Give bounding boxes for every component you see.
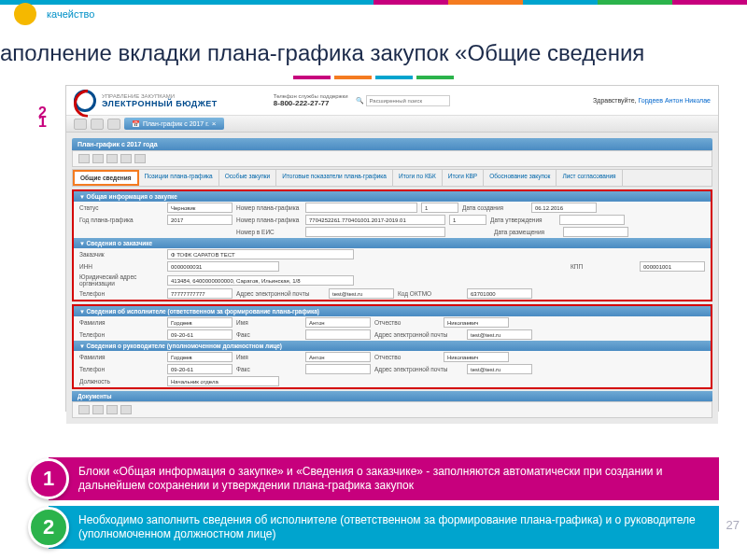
name-field[interactable]: Антон [305,352,371,362]
tool-button[interactable] [78,154,90,163]
date-created-field[interactable]: 06.12.2016 [531,203,597,213]
label: Адрес электронной почты [374,331,463,338]
label: Телефон [79,331,163,338]
kpp-field[interactable]: 000001001 [640,261,705,272]
label: Заказчик [79,251,163,258]
date-approved-field[interactable] [559,215,625,225]
toolbar-button[interactable] [107,119,120,130]
open-tab[interactable]: 📅 План-график с 2017 г. × [124,118,224,130]
section-executor[interactable]: Сведения об исполнителе (ответственном з… [74,306,711,316]
app-header: УПРАВЛЕНИЕ ЗАКУПКАМИ ЭЛЕКТРОННЫЙ БЮДЖЕТ … [66,86,718,116]
tab-special[interactable]: Особые закупки [219,170,277,186]
tab-justify[interactable]: Обоснование закупок [484,170,557,186]
brand-main: ЭЛЕКТРОННЫЙ БЮДЖЕТ [102,99,218,108]
label: Номер плана-графика [236,217,302,223]
callout-badge-1: 1 [28,458,69,499]
label: Дата размещения [494,229,559,235]
plan-number-field[interactable] [305,203,417,213]
tool-button[interactable] [120,405,132,414]
app-logo-icon [74,90,96,112]
tab-positions[interactable]: Позиции плана-графика [139,170,219,186]
panel-toolbar [72,150,712,167]
reg-number-field[interactable]: 7704252261.770401001.2017-2019.01 [305,215,445,225]
label: Телефон [79,366,163,372]
one-field[interactable]: 1 [421,203,458,213]
label: Факс [236,366,302,372]
inn-field[interactable]: 0000000031 [167,261,279,272]
date-published-field[interactable] [563,227,628,237]
address-field[interactable]: 413484, 6400000000000, Саратов, Ильинска… [167,275,354,286]
label: Фамилия [79,354,163,360]
surname-field[interactable]: Гордеев [167,352,233,362]
status-field[interactable]: Черновик [167,203,233,213]
label: Номер в ЕИС [236,229,302,235]
name-field[interactable]: Антон [305,317,371,328]
tool-button[interactable] [106,154,118,163]
fax-field[interactable] [305,329,371,340]
label: Статус [79,204,163,211]
section-documents[interactable]: Документы [72,391,712,401]
tool-button[interactable] [92,154,104,163]
label: Дата создания [462,204,528,211]
tab-kvr[interactable]: Итоги КВР [443,170,484,186]
surname-field[interactable]: Гордеев [167,317,233,328]
docs-toolbar [72,401,712,418]
oktmo-field[interactable]: 63701000 [467,288,532,299]
search-input[interactable] [366,95,450,106]
email-field[interactable]: test@test.ru [329,288,394,299]
close-icon[interactable]: × [212,119,217,128]
section-manager[interactable]: Сведения о руководителе (уполномоченном … [74,341,711,351]
tab-general[interactable]: Общие сведения [73,170,139,186]
label: ИНН [79,263,163,270]
slide-title: аполнение вкладки плана-графика закупок … [0,23,747,76]
label: Телефон [79,290,163,297]
phone-field[interactable]: 09-20-61 [167,329,233,340]
label: Факс [236,331,302,338]
label: Дата утверждения [490,217,556,223]
tabs-row: Общие сведения Позиции плана-графика Осо… [72,169,712,187]
app-body: План-график с 2017 года Общие сведения П… [66,133,718,424]
app-toolbar: 📅 План-график с 2017 г. × [66,116,718,133]
page-number: 27 [726,518,740,532]
user-link[interactable]: Гордеев Антон Николае [638,97,711,104]
patronymic-field[interactable]: Николаевич [444,352,509,362]
phone-field[interactable]: 09-20-61 [167,364,233,374]
tab-kbk[interactable]: Итоги по КБК [393,170,443,186]
tool-button[interactable] [106,405,118,414]
callouts: 1 Блоки «Общая информация о закупке» и «… [28,452,719,549]
callout-badge-2: 2 [28,507,69,548]
label: Отчество [374,319,440,326]
section-customer[interactable]: Сведения о заказчике [74,238,711,248]
tool-button[interactable] [78,405,90,414]
support-phone: Телефон службы поддержки 8-800-222-27-77 [274,93,348,107]
callout-text-2: Необходимо заполнить сведения об исполни… [49,506,719,549]
tab-totals[interactable]: Итоговые показатели плана-графика [276,170,393,186]
position-field[interactable]: Начальник отдела [167,376,279,386]
phone-field[interactable]: 77777777777 [167,288,233,299]
email-field[interactable]: test@test.ru [467,329,532,340]
email-field[interactable]: test@test.ru [467,364,532,374]
tool-button[interactable] [120,154,132,163]
tool-button[interactable] [92,405,104,414]
one-field[interactable]: 1 [449,215,486,225]
annotation-2: 2 [38,105,47,121]
eis-number-field[interactable] [305,227,445,237]
label: Номер плана-графика [236,204,302,211]
label: Адрес электронной почты [374,366,463,372]
toolbar-button[interactable] [74,119,87,130]
calendar-icon: 📅 [132,120,140,128]
org-header: качейство [0,5,747,23]
fax-field[interactable] [305,364,371,374]
year-field[interactable]: 2017 [167,215,233,225]
toolbar-button[interactable] [91,119,104,130]
label: Имя [236,319,302,326]
patronymic-field[interactable]: Николаевич [444,317,509,328]
customer-field[interactable]: Ф ТОФК САРАТОВ ТЕСТ [167,249,354,259]
search-block: 🔍 [356,95,450,106]
section-general-info[interactable]: Общая информация о закупке [74,191,711,202]
tab-approval[interactable]: Лист согласования [557,170,622,186]
label: Код ОКТМО [398,290,463,297]
tool-button[interactable] [134,154,146,163]
label: КПП [571,263,636,270]
label: Отчество [374,354,440,360]
